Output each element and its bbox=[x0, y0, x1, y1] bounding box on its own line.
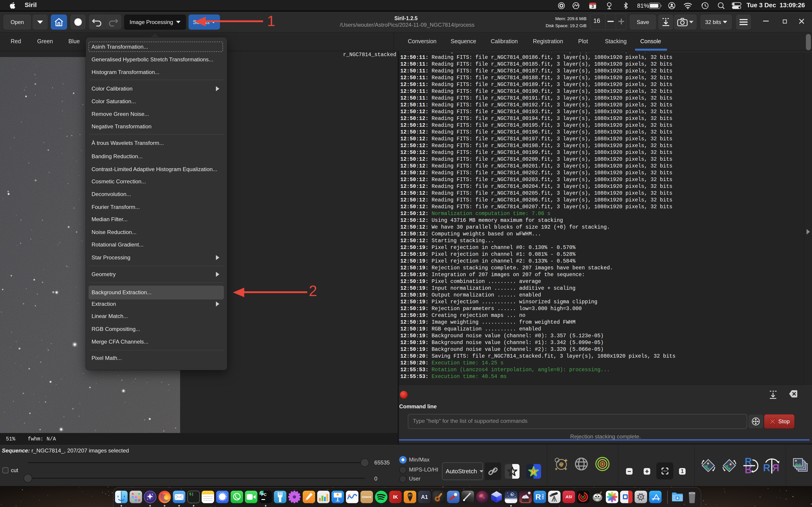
svg-text:3: 3 bbox=[592, 4, 594, 9]
svg-text:RT: RT bbox=[408, 494, 412, 497]
svg-text:81%: 81% bbox=[637, 2, 649, 9]
